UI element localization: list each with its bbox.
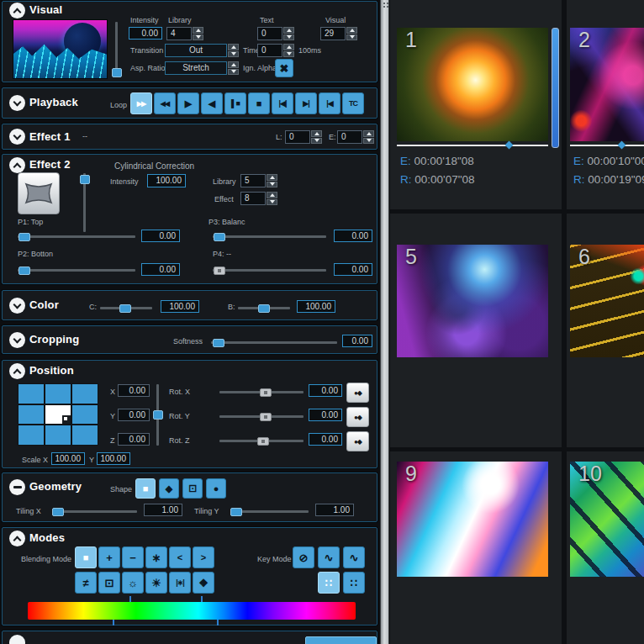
visual-preview-thumbnail[interactable] [13, 19, 108, 79]
slider-handle[interactable] [258, 304, 270, 313]
slider-handle-disabled[interactable] [214, 267, 225, 275]
grid-cell[interactable] [72, 425, 98, 445]
collapse-chevron-up-icon[interactable] [9, 157, 25, 173]
collapse-chevron-up-icon[interactable] [9, 363, 25, 379]
tiling-y-slider[interactable] [231, 510, 309, 513]
shape-cube-button[interactable]: ⚀ [182, 478, 203, 499]
visual-intensity-vslider[interactable] [115, 22, 118, 77]
drag-handle-icon[interactable] [62, 415, 71, 424]
frame-back-button[interactable]: |◀| [272, 92, 293, 114]
timecode-button[interactable]: TC [342, 92, 364, 114]
active-cell-level-bar[interactable] [552, 28, 559, 148]
slider-handle[interactable] [119, 304, 131, 313]
spinner-down-icon[interactable] [363, 138, 374, 145]
blend-difference-button[interactable]: ≠ [75, 572, 97, 594]
slider-handle[interactable] [260, 388, 272, 397]
softness-value-field[interactable]: 0.00 [342, 335, 372, 347]
scale-y-field[interactable]: 100.00 [97, 452, 130, 465]
clipped-blue-control[interactable] [305, 636, 377, 644]
media-cell-thumbnail[interactable]: 6 [570, 245, 644, 357]
collapse-chevron-down-icon[interactable] [9, 129, 25, 145]
blend-multiply-button[interactable]: ∗ [145, 546, 167, 568]
slider-handle[interactable] [213, 339, 224, 347]
goto-start-button[interactable]: |◀ [319, 92, 340, 114]
effect2-effect-spinner[interactable]: 8 [240, 192, 277, 205]
effect2-library-spinner[interactable]: 5 [240, 174, 277, 187]
rot-y-slider[interactable] [219, 415, 304, 418]
spinner-up-icon[interactable] [283, 27, 294, 34]
spinner-up-icon[interactable] [193, 27, 203, 34]
spinner-down-icon[interactable] [267, 182, 277, 188]
rot-y-reset-button[interactable]: ●◆ [346, 407, 369, 427]
spinner-up-icon[interactable] [267, 192, 277, 198]
grid-cell[interactable] [18, 425, 44, 445]
blend-subtract-button[interactable]: − [122, 546, 144, 568]
p3-value-field[interactable]: 0.00 [334, 230, 372, 242]
media-progress-bar[interactable] [397, 145, 548, 146]
media-cell-thumbnail[interactable]: 10 [570, 462, 644, 577]
p4-value-field[interactable]: 0.00 [334, 263, 372, 276]
text-spinner[interactable]: 0 [257, 27, 294, 40]
shape-diamond-button[interactable]: ◆ [159, 478, 179, 499]
aspect-ratio-stepper[interactable] [228, 61, 239, 75]
b-slider[interactable] [238, 307, 290, 309]
library-spinner[interactable]: 4 [166, 27, 203, 40]
p4-slider[interactable] [213, 269, 326, 272]
library-value[interactable]: 5 [240, 174, 266, 187]
text-value[interactable]: 0 [257, 27, 282, 40]
grid-cell[interactable] [72, 405, 98, 425]
slider-handle[interactable] [18, 267, 30, 275]
e-value[interactable]: 0 [337, 130, 362, 144]
spinner-down-icon[interactable] [228, 51, 239, 58]
spinner-down-icon[interactable] [193, 34, 203, 41]
ignore-alpha-button[interactable]: ✖ [275, 59, 293, 77]
rewind-button[interactable]: ◀◀ [154, 92, 176, 114]
spinner-down-icon[interactable] [346, 34, 357, 41]
slider-handle[interactable] [230, 508, 242, 516]
c-value-field[interactable]: 100.00 [161, 300, 199, 313]
key-chroma-button[interactable]: ∷ [318, 572, 340, 594]
grid-cell[interactable] [45, 384, 71, 404]
stop-first-frame-button[interactable]: ▌■ [224, 92, 246, 114]
spinner-up-icon[interactable] [267, 174, 277, 181]
visual-value[interactable]: 29 [320, 27, 346, 40]
p2-value-field[interactable]: 0.00 [141, 263, 180, 276]
blend-max-button[interactable]: > [193, 546, 214, 568]
media-cell-thumbnail[interactable]: 1 [397, 28, 548, 141]
play-button[interactable]: ▶ [177, 92, 199, 114]
collapse-chevron-down-icon[interactable] [9, 332, 25, 348]
slider-handle[interactable] [18, 233, 30, 241]
rot-x-slider[interactable] [219, 391, 304, 393]
key-chroma-inverse-button[interactable]: ∷ [343, 572, 365, 594]
key-off-button[interactable]: ⊘ [293, 546, 314, 568]
b-value-field[interactable]: 100.00 [297, 300, 335, 313]
collapse-chevron-up-icon[interactable] [9, 531, 25, 546]
vslider-handle[interactable] [153, 410, 163, 420]
grid-cell[interactable] [45, 425, 71, 445]
spinner-down-icon[interactable] [267, 199, 277, 206]
spinner-up-icon[interactable] [346, 27, 357, 34]
spinner-down-icon[interactable] [228, 69, 239, 76]
e-spinner[interactable]: 0 [337, 130, 374, 144]
goto-end-button[interactable]: ▶| [295, 92, 317, 114]
collapse-chevron-down-icon[interactable] [9, 298, 25, 314]
blend-normal-button[interactable]: ■ [75, 546, 97, 568]
p2-slider[interactable] [18, 269, 135, 272]
time-spinner[interactable]: 0 [257, 44, 294, 57]
slider-handle[interactable] [214, 233, 225, 241]
rot-y-value-field[interactable]: 0.00 [309, 409, 342, 421]
key-luma-inverse-button[interactable]: ∿ [343, 546, 365, 568]
grid-cell-center[interactable] [45, 405, 71, 425]
effect2-intensity-vslider[interactable] [83, 173, 86, 232]
library-value[interactable]: 4 [166, 27, 192, 40]
scale-x-field[interactable]: 100.00 [51, 452, 85, 465]
blend-glow-button[interactable]: ☀ [145, 572, 167, 594]
rot-z-reset-button[interactable]: ●◆ [346, 431, 369, 451]
effect-preview-button[interactable] [18, 172, 60, 214]
slider-handle[interactable] [260, 413, 272, 421]
grid-cell[interactable] [18, 384, 44, 404]
blend-add-button[interactable]: + [98, 546, 120, 568]
key-luma-button[interactable]: ∿ [318, 546, 340, 568]
media-progress-bar[interactable] [570, 145, 644, 146]
grid-cell[interactable] [18, 405, 44, 425]
